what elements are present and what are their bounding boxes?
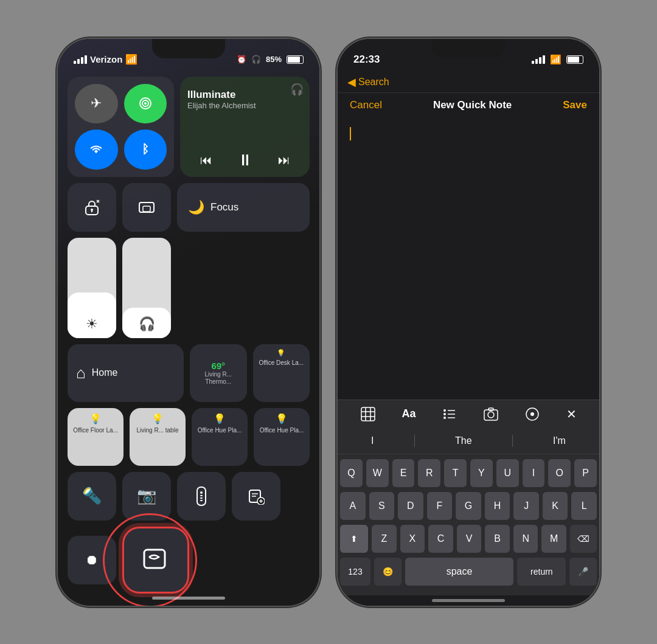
playback-controls: ⏮ ⏸ ⏭ [187,151,302,170]
remote-button[interactable] [177,472,226,521]
delete-key[interactable]: ⌫ [570,525,597,553]
key-d[interactable]: D [398,492,423,520]
svg-rect-6 [143,206,150,212]
widgets-area: ✈ [58,72,319,598]
screen-record-button[interactable]: ⏺ [68,536,116,584]
wifi-btn-icon [89,144,103,156]
airplane-mode-button[interactable]: ✈ [75,84,118,124]
key-z[interactable]: Z [372,525,397,553]
thermostat-tile[interactable]: 69° Living R... Thermo... [190,344,247,402]
thermostat-temp: 69° [211,361,225,371]
key-k[interactable]: K [543,492,568,520]
key-o[interactable]: O [548,459,571,487]
living-room-table-tile[interactable]: 💡 Living R... table [130,408,186,466]
key-g[interactable]: G [456,492,481,520]
focus-button[interactable]: 🌙 Focus [177,183,310,232]
screen-mirror-button[interactable] [122,183,171,232]
key-v[interactable]: V [457,525,482,553]
key-s[interactable]: S [369,492,395,520]
volume-slider[interactable]: 🎧 [122,238,171,338]
home-button[interactable]: ⌂ Home [68,344,184,402]
keyboard-row-1: Q W E R T Y U I O P [340,459,597,487]
quick-note-icon [141,545,171,575]
office-hue2-tile[interactable]: 💡 Office Hue Pla... [254,408,310,466]
key-b[interactable]: B [485,525,510,553]
note-content-area[interactable] [338,117,599,400]
key-j[interactable]: J [513,492,539,520]
close-format-button[interactable]: ✕ [566,407,577,421]
suggestion-im[interactable]: I'm [546,433,573,449]
emoji-key[interactable]: 😊 [374,558,401,586]
phone-1: Verizon 📶 ⏰ 🎧 85% [58,39,319,606]
key-i[interactable]: I [523,459,545,487]
key-h[interactable]: H [485,492,510,520]
quick-note-button[interactable] [122,527,189,594]
key-y[interactable]: Y [470,459,493,487]
table-icon [360,406,376,422]
key-e[interactable]: E [392,459,415,487]
camera-format-button[interactable] [483,406,499,422]
qn-right-icons: 📶 [532,54,583,65]
svg-point-26 [443,413,446,415]
key-n[interactable]: N [513,525,538,553]
key-f[interactable]: F [427,492,453,520]
office-hue1-label: Office Hue Pla... [198,427,242,434]
note-toolbar: Cancel New Quick Note Save [338,93,599,117]
text-cursor [350,127,351,140]
camera-button[interactable]: 📷 [122,472,171,521]
key-a[interactable]: A [340,492,366,520]
key-t[interactable]: T [444,459,467,487]
focus-label: Focus [210,201,238,213]
wifi-button[interactable] [75,130,118,170]
text-format-button[interactable]: Aa [401,407,415,420]
network-group: ✈ [68,77,174,177]
screen-lock-icon [83,199,100,216]
signal-icon [74,55,87,64]
notes-button[interactable] [232,472,280,521]
back-button[interactable]: ◀ Search [347,75,389,89]
shift-key[interactable]: ⬆ [340,525,368,553]
markup-format-button[interactable] [524,406,540,422]
cellular-button[interactable] [124,84,167,124]
key-r[interactable]: R [418,459,440,487]
wifi-icon-2: 📶 [550,54,561,65]
cancel-button[interactable]: Cancel [350,99,382,111]
track-title: Illuminate [187,89,302,101]
space-key[interactable]: space [405,558,514,586]
track-info: Illuminate Elijah the Alchemist [187,84,302,110]
play-pause-button[interactable]: ⏸ [237,151,253,170]
return-key[interactable]: return [517,558,566,586]
table-format-button[interactable] [360,406,376,422]
office-hue1-tile[interactable]: 💡 Office Hue Pla... [192,408,248,466]
notes-add-icon [248,488,265,505]
next-button[interactable]: ⏭ [278,153,290,167]
thermostat-label: Living R... Thermo... [193,371,243,386]
qn-screen: 22:33 📶 [338,39,599,606]
flashlight-button[interactable]: 🔦 [68,472,116,521]
save-button[interactable]: Save [563,99,587,111]
suggestion-i[interactable]: I [364,433,381,449]
key-w[interactable]: W [366,459,389,487]
suggestion-the[interactable]: The [448,433,479,449]
prev-button[interactable]: ⏮ [200,153,212,167]
key-p[interactable]: P [574,459,597,487]
key-l[interactable]: L [571,492,597,520]
key-u[interactable]: U [496,459,519,487]
office-desk-tile[interactable]: 💡 Office Desk La... [253,344,310,402]
dictate-key[interactable]: 🎤 [569,558,597,586]
battery-percent: 85% [266,55,282,64]
brightness-icon: ☀ [86,316,98,332]
key-c[interactable]: C [428,525,453,553]
key-q[interactable]: Q [340,459,363,487]
now-playing-widget[interactable]: 🎧 Illuminate Elijah the Alchemist ⏮ ⏸ ⏭ [180,77,310,177]
notch-2 [432,39,505,58]
svg-point-4 [91,209,93,211]
list-format-button[interactable] [442,406,457,422]
key-m[interactable]: M [541,525,566,553]
bluetooth-button[interactable]: ᛒ [124,130,167,170]
number-key[interactable]: 123 [340,558,370,586]
key-x[interactable]: X [400,525,425,553]
office-floor-tile[interactable]: 💡 Office Floor La... [68,408,123,466]
screen-lock-button[interactable] [68,183,116,232]
brightness-slider[interactable]: ☀ [68,238,116,338]
